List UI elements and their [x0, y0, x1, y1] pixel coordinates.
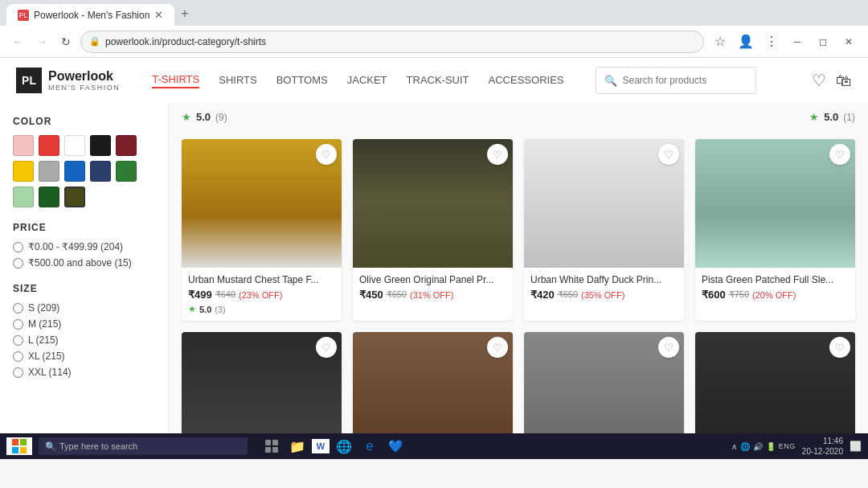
- product-pricing-p1: ₹499 ₹640 (23% OFF): [188, 289, 335, 301]
- taskbar-right: ∧ 🌐 🔊 🔋 ENG 11:46 20-12-2020 ⬜: [731, 436, 862, 457]
- size-radio-m[interactable]: [13, 319, 23, 330]
- color-swatch-red[interactable]: [39, 135, 59, 156]
- price-filter-title: PRICE: [13, 222, 155, 233]
- size-radio-s[interactable]: [13, 303, 23, 314]
- product-price-p2: ₹450: [359, 289, 383, 301]
- profile-icon[interactable]: 👤: [735, 31, 757, 53]
- wishlist-btn-p4[interactable]: ♡: [829, 144, 850, 165]
- color-swatch-yellow[interactable]: [13, 161, 34, 182]
- taskbar-app-task-view[interactable]: [260, 437, 283, 455]
- price-radio-2[interactable]: [13, 258, 23, 269]
- sidebar: COLOR PRICE ₹0.: [0, 103, 169, 433]
- product-info-p2: Olive Green Original Panel Pr... ₹450 ₹6…: [353, 268, 513, 307]
- color-swatch-olive[interactable]: [64, 187, 85, 207]
- size-option-s[interactable]: S (209): [13, 302, 155, 314]
- product-card-p2[interactable]: ♡ Olive Green Original Panel Pr... ₹450 …: [353, 139, 513, 321]
- size-radio-xxl[interactable]: [13, 367, 23, 378]
- color-swatch-grey[interactable]: [39, 161, 59, 182]
- size-option-l[interactable]: L (215): [13, 334, 155, 346]
- taskbar-apps: 📁 W 🌐 e 💙: [260, 437, 407, 455]
- color-swatch-blue[interactable]: [64, 161, 85, 182]
- product-original-p2: ₹650: [387, 289, 407, 300]
- svg-rect-2: [12, 447, 18, 453]
- search-bar[interactable]: 🔍: [596, 67, 756, 94]
- tab-close-icon[interactable]: ✕: [154, 9, 163, 21]
- price-label-1: ₹0.00 - ₹499.99 (204): [28, 241, 123, 252]
- taskbar-app-chrome[interactable]: 🌐: [333, 437, 355, 455]
- color-swatch-darkgreen[interactable]: [39, 187, 59, 207]
- wishlist-btn-p2[interactable]: ♡: [487, 144, 508, 165]
- product-card-p1[interactable]: ♡ Urban Mustard Chest Tape F... ₹499 ₹64…: [182, 139, 342, 321]
- lock-icon: 🔒: [89, 36, 100, 47]
- taskbar-app-word[interactable]: W: [312, 439, 330, 453]
- top-rating-left: ★ 5.0 (9): [182, 111, 227, 123]
- wishlist-btn-p3[interactable]: ♡: [658, 144, 679, 165]
- minimize-button[interactable]: ─: [786, 31, 809, 53]
- nav-jacket[interactable]: JACKET: [347, 74, 387, 88]
- new-tab-button[interactable]: +: [174, 2, 194, 26]
- logo[interactable]: PL Powerlook MEN'S FASHION: [16, 68, 120, 93]
- wishlist-icon[interactable]: ♡: [812, 71, 826, 90]
- active-tab[interactable]: PL Powerlook - Men's Fashion ✕: [6, 4, 174, 26]
- product-card-p8[interactable]: ♡ Dark Olive Casual Shirt...: [695, 332, 855, 433]
- wishlist-btn-p6[interactable]: ♡: [487, 337, 508, 358]
- product-discount-p4: (20% OFF): [752, 290, 796, 300]
- price-filter-section: PRICE ₹0.00 - ₹499.99 (204) ₹500.00 and …: [13, 222, 155, 269]
- color-swatch-white[interactable]: [64, 135, 85, 156]
- taskbar-app-edge[interactable]: e: [358, 437, 381, 455]
- taskbar-app-vscode[interactable]: 💙: [384, 437, 407, 455]
- nav-accessories[interactable]: ACCESSORIES: [489, 74, 564, 88]
- wishlist-btn-p5[interactable]: ♡: [316, 337, 337, 358]
- price-option-1[interactable]: ₹0.00 - ₹499.99 (204): [13, 241, 155, 252]
- wishlist-btn-p1[interactable]: ♡: [316, 144, 337, 165]
- close-button[interactable]: ✕: [837, 31, 860, 53]
- color-swatch-green[interactable]: [116, 161, 137, 182]
- product-card-p5[interactable]: ♡ Dark Coloured Full Sleeve...: [182, 332, 342, 433]
- product-card-p4[interactable]: ♡ Pista Green Patched Full Sle... ₹600 ₹…: [695, 139, 855, 321]
- product-card-p3[interactable]: ♡ Urban White Daffy Duck Prin... ₹420 ₹6…: [524, 139, 684, 321]
- address-bar[interactable]: 🔒 powerlook.in/product-category/t-shirts: [80, 31, 704, 53]
- color-swatch-lightgreen[interactable]: [13, 187, 34, 207]
- volume-icon: 🔊: [753, 442, 763, 451]
- taskbar-chevron-icon[interactable]: ∧: [731, 442, 737, 451]
- nav-tracksuit[interactable]: TRACK-SUIT: [407, 74, 469, 88]
- product-grid: ♡ Urban Mustard Chest Tape F... ₹499 ₹64…: [182, 139, 855, 433]
- forward-button[interactable]: →: [32, 32, 51, 51]
- price-option-2[interactable]: ₹500.00 and above (15): [13, 257, 155, 269]
- size-option-xl[interactable]: XL (215): [13, 351, 155, 362]
- settings-icon[interactable]: ⋮: [760, 31, 783, 53]
- color-filter-title: COLOR: [13, 116, 155, 127]
- nav-bottoms[interactable]: BOTTOMS: [276, 74, 328, 88]
- product-card-p7[interactable]: ♡ Grey Printed Round Neck...: [524, 332, 684, 433]
- star-icon-right: ★: [809, 111, 819, 123]
- color-swatch-black[interactable]: [90, 135, 111, 156]
- size-radio-l[interactable]: [13, 335, 23, 346]
- taskbar-clock[interactable]: 11:46 20-12-2020: [802, 436, 843, 457]
- size-option-m[interactable]: M (215): [13, 318, 155, 330]
- refresh-button[interactable]: ↻: [56, 32, 76, 51]
- show-desktop-button[interactable]: ⬜: [850, 441, 862, 452]
- color-swatch-maroon[interactable]: [116, 135, 137, 156]
- top-ratings-bar: ★ 5.0 (9) ★ 5.0 (1): [182, 111, 855, 131]
- cart-icon[interactable]: 🛍: [836, 72, 852, 90]
- tab-favicon: PL: [18, 10, 29, 21]
- price-radio-1[interactable]: [13, 242, 23, 252]
- maximize-button[interactable]: ◻: [812, 31, 834, 53]
- product-card-p6[interactable]: ♡ Brown Graphic Print Tee...: [353, 332, 513, 433]
- start-button[interactable]: [6, 437, 32, 455]
- top-rating2-value: 5.0: [824, 111, 838, 123]
- nav-tshirts[interactable]: T-SHIRTS: [152, 73, 199, 88]
- size-radio-xl[interactable]: [13, 351, 23, 362]
- taskbar-search-bar[interactable]: 🔍 Type here to search: [39, 437, 248, 455]
- search-input[interactable]: [622, 75, 747, 86]
- size-option-xxl[interactable]: XXL (114): [13, 367, 155, 378]
- wishlist-btn-p7[interactable]: ♡: [658, 337, 679, 358]
- color-swatch-navy[interactable]: [90, 161, 111, 182]
- top-rating-right: ★ 5.0 (1): [809, 111, 855, 123]
- taskbar-app-file-explorer[interactable]: 📁: [286, 437, 309, 455]
- wishlist-btn-p8[interactable]: ♡: [829, 337, 850, 358]
- nav-shirts[interactable]: SHIRTS: [219, 74, 256, 88]
- bookmark-icon[interactable]: ☆: [709, 31, 731, 53]
- color-swatch-pink[interactable]: [13, 135, 34, 156]
- back-button[interactable]: ←: [8, 32, 27, 51]
